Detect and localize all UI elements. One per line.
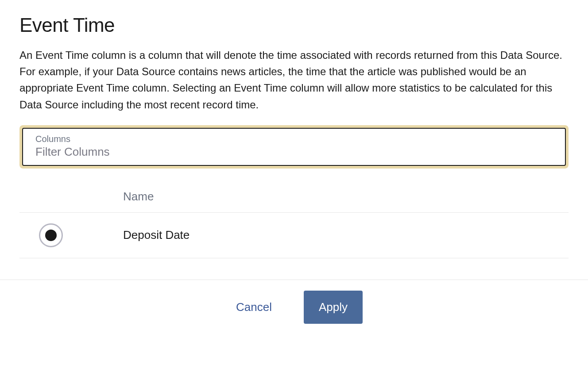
filter-field[interactable]: Columns <box>22 128 566 166</box>
page-title: Event Time <box>19 14 569 36</box>
table-header-name: Name <box>123 190 154 203</box>
cancel-button[interactable]: Cancel <box>225 291 282 323</box>
apply-button[interactable]: Apply <box>304 291 363 324</box>
radio-selected[interactable] <box>39 223 63 247</box>
filter-container: Columns <box>19 125 569 169</box>
table-row[interactable]: Deposit Date <box>19 213 569 258</box>
filter-label: Columns <box>35 134 553 144</box>
radio-dot-icon <box>45 230 57 241</box>
description-text: An Event Time column is a column that wi… <box>19 47 569 113</box>
filter-columns-input[interactable] <box>35 145 553 159</box>
footer: Cancel Apply <box>0 280 588 334</box>
table-header-row: Name <box>19 190 569 213</box>
radio-cell <box>19 223 123 247</box>
columns-table: Name Deposit Date <box>19 190 569 258</box>
row-name-label: Deposit Date <box>123 228 190 242</box>
